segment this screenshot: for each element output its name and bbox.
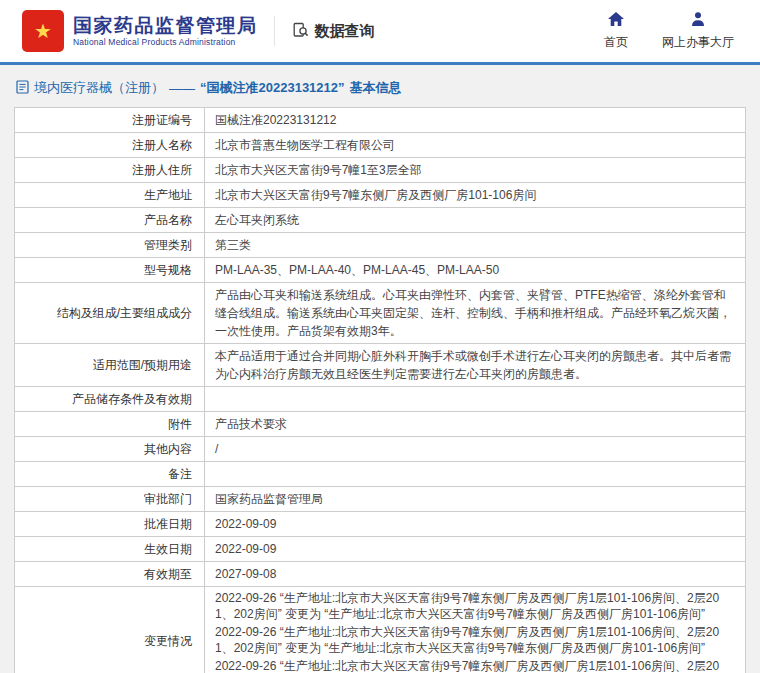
row-label: 批准日期 — [15, 512, 205, 537]
change-record-line: 2022-09-26 “生产地址:北京市大兴区天富街9号7幢东侧厂房及西侧厂房1… — [215, 591, 735, 622]
row-label: 型号规格 — [15, 258, 205, 283]
breadcrumb-number: “国械注准20223131212” — [200, 79, 345, 97]
nav-home-label: 首页 — [604, 34, 628, 51]
row-label: 注册人名称 — [15, 133, 205, 158]
table-row: 生产地址北京市大兴区天富街9号7幢东侧厂房及西侧厂房101-106房间 — [15, 183, 746, 208]
row-value: 产品技术要求 — [205, 412, 746, 437]
row-label: 其他内容 — [15, 437, 205, 462]
content: 境内医疗器械（注册） —— “国械注准20223131212” 基本信息 注册证… — [0, 65, 760, 673]
table-row: 结构及组成/主要组成成分产品由心耳夹和输送系统组成。心耳夹由弹性环、内套管、夹臂… — [15, 283, 746, 344]
row-value: 2022-09-09 — [205, 537, 746, 562]
table-row: 备注 — [15, 462, 746, 487]
row-label: 结构及组成/主要组成成分 — [15, 283, 205, 344]
header-divider — [274, 16, 275, 46]
row-value: 国械注准20223131212 — [205, 108, 746, 133]
user-icon — [690, 11, 706, 31]
row-value: 本产品适用于通过合并同期心脏外科开胸手术或微创手术进行左心耳夹闭的房颤患者。其中… — [205, 344, 746, 387]
breadcrumb-suffix: 基本信息 — [350, 79, 402, 97]
document-icon — [16, 80, 29, 97]
top-nav: 首页 网上办事大厅 — [604, 11, 734, 51]
page: ★ 国家药品监督管理局 National Medical Products Ad… — [0, 0, 760, 673]
row-value: 第三类 — [205, 233, 746, 258]
table-row: 变更情况2022-09-26 “生产地址:北京市大兴区天富街9号7幢东侧厂房及西… — [15, 587, 746, 673]
row-label: 注册人住所 — [15, 158, 205, 183]
row-value: PM-LAA-35、PM-LAA-40、PM-LAA-45、PM-LAA-50 — [205, 258, 746, 283]
row-label: 生产地址 — [15, 183, 205, 208]
org-name-en: National Medical Products Administration — [73, 37, 258, 47]
row-label: 有效期至 — [15, 562, 205, 587]
nav-online-hall-label: 网上办事大厅 — [662, 34, 734, 51]
table-row: 审批部门国家药品监督管理局 — [15, 487, 746, 512]
row-value: 产品由心耳夹和输送系统组成。心耳夹由弹性环、内套管、夹臂管、PTFE热缩管、涤纶… — [205, 283, 746, 344]
row-value: 左心耳夹闭系统 — [205, 208, 746, 233]
row-label: 产品名称 — [15, 208, 205, 233]
section-title-label: 数据查询 — [315, 22, 375, 41]
row-value: 北京市大兴区天富街9号7幢东侧厂房及西侧厂房101-106房间 — [205, 183, 746, 208]
row-value: / — [205, 437, 746, 462]
row-value: 2022-09-26 “生产地址:北京市大兴区天富街9号7幢东侧厂房及西侧厂房1… — [205, 587, 746, 673]
table-row: 生效日期2022-09-09 — [15, 537, 746, 562]
row-label: 生效日期 — [15, 537, 205, 562]
table-row: 注册证编号国械注准20223131212 — [15, 108, 746, 133]
row-value — [205, 387, 746, 412]
brand-text: 国家药品监督管理局 National Medical Products Admi… — [73, 15, 258, 47]
nmpa-emblem-logo: ★ — [22, 10, 64, 52]
row-label: 审批部门 — [15, 487, 205, 512]
search-document-icon — [293, 22, 309, 41]
table-row: 批准日期2022-09-09 — [15, 512, 746, 537]
row-label: 附件 — [15, 412, 205, 437]
row-value: 北京市大兴区天富街9号7幢1至3层全部 — [205, 158, 746, 183]
emblem-star-icon: ★ — [34, 21, 52, 41]
row-value: 2022-09-09 — [205, 512, 746, 537]
table-row: 产品名称左心耳夹闭系统 — [15, 208, 746, 233]
table-row: 注册人名称北京市普惠生物医学工程有限公司 — [15, 133, 746, 158]
row-label: 备注 — [15, 462, 205, 487]
nav-home[interactable]: 首页 — [604, 11, 628, 51]
row-label: 管理类别 — [15, 233, 205, 258]
change-record-line: 2022-09-26 “生产地址:北京市大兴区天富街9号7幢东侧厂房及西侧厂房1… — [215, 659, 735, 673]
nav-online-hall[interactable]: 网上办事大厅 — [662, 11, 734, 51]
table-row: 适用范围/预期用途本产品适用于通过合并同期心脏外科开胸手术或微创手术进行左心耳夹… — [15, 344, 746, 387]
home-icon — [607, 11, 625, 31]
table-row: 管理类别第三类 — [15, 233, 746, 258]
change-record-line: 2022-09-26 “生产地址:北京市大兴区天富街9号7幢东侧厂房及西侧厂房1… — [215, 625, 735, 656]
row-label: 适用范围/预期用途 — [15, 344, 205, 387]
section-title: 数据查询 — [293, 22, 375, 41]
breadcrumb: 境内医疗器械（注册） —— “国械注准20223131212” 基本信息 — [16, 79, 746, 97]
row-value: 2027-09-08 — [205, 562, 746, 587]
table-row: 有效期至2027-09-08 — [15, 562, 746, 587]
table-row: 型号规格PM-LAA-35、PM-LAA-40、PM-LAA-45、PM-LAA… — [15, 258, 746, 283]
header: ★ 国家药品监督管理局 National Medical Products Ad… — [0, 0, 760, 62]
registration-info-table: 注册证编号国械注准20223131212注册人名称北京市普惠生物医学工程有限公司… — [14, 107, 746, 673]
org-name-cn: 国家药品监督管理局 — [73, 15, 258, 37]
breadcrumb-category: 境内医疗器械（注册） — [34, 79, 164, 97]
table-row: 注册人住所北京市大兴区天富街9号7幢1至3层全部 — [15, 158, 746, 183]
row-value: 北京市普惠生物医学工程有限公司 — [205, 133, 746, 158]
table-row: 附件产品技术要求 — [15, 412, 746, 437]
row-label: 变更情况 — [15, 587, 205, 673]
row-value: 国家药品监督管理局 — [205, 487, 746, 512]
table-row: 其他内容/ — [15, 437, 746, 462]
breadcrumb-dash: —— — [169, 81, 195, 96]
row-label: 产品储存条件及有效期 — [15, 387, 205, 412]
table-row: 产品储存条件及有效期 — [15, 387, 746, 412]
info-table-body: 注册证编号国械注准20223131212注册人名称北京市普惠生物医学工程有限公司… — [15, 108, 746, 673]
row-value — [205, 462, 746, 487]
row-label: 注册证编号 — [15, 108, 205, 133]
brand: ★ 国家药品监督管理局 National Medical Products Ad… — [22, 10, 258, 52]
